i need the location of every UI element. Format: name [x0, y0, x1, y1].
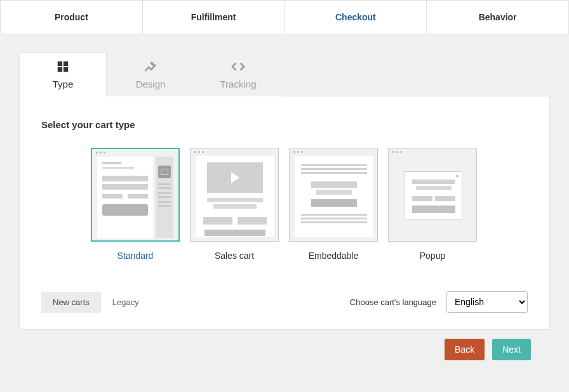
- thumbnail-sales: [190, 148, 279, 242]
- tab-behavior[interactable]: Behavior: [427, 1, 568, 34]
- next-button[interactable]: Next: [492, 339, 531, 360]
- close-icon: ✕: [455, 174, 459, 179]
- sub-tab-type[interactable]: Type: [19, 52, 107, 96]
- toggle-legacy[interactable]: Legacy: [101, 292, 151, 313]
- design-icon: [144, 60, 157, 74]
- cart-option-label: Sales cart: [215, 251, 254, 261]
- cart-mode-toggle: New carts Legacy: [41, 292, 151, 313]
- sub-tab-tracking[interactable]: Tracking: [194, 52, 282, 96]
- svg-rect-2: [58, 67, 62, 71]
- svg-rect-3: [64, 67, 68, 71]
- cart-option-sales[interactable]: Sales cart: [190, 148, 279, 261]
- tab-fulfillment[interactable]: Fulfillment: [143, 1, 285, 34]
- main-tab-bar: Product Fulfillment Checkout Behavior: [0, 0, 569, 34]
- cart-option-label: Embeddable: [309, 251, 359, 261]
- thumbnail-standard: [91, 148, 180, 242]
- sub-tab-design[interactable]: Design: [107, 52, 194, 96]
- cart-option-embeddable[interactable]: Embeddable: [289, 148, 378, 261]
- language-label: Choose cart's language: [350, 297, 436, 307]
- svg-rect-0: [58, 61, 62, 65]
- tab-product[interactable]: Product: [1, 1, 143, 34]
- language-select[interactable]: English: [446, 291, 528, 313]
- grid-icon: [56, 60, 70, 74]
- sub-tab-label: Tracking: [220, 79, 257, 89]
- panel-footer: New carts Legacy Choose cart's language …: [41, 291, 528, 313]
- sub-tab-label: Design: [136, 79, 166, 89]
- cart-option-standard[interactable]: Standard: [91, 148, 180, 261]
- panel-title: Select your cart type: [41, 119, 528, 130]
- tab-checkout[interactable]: Checkout: [285, 1, 427, 34]
- code-icon: [231, 60, 245, 74]
- cart-option-label: Popup: [420, 251, 445, 261]
- toggle-new-carts[interactable]: New carts: [41, 292, 101, 313]
- cart-type-panel: Select your cart type: [19, 96, 550, 330]
- wizard-actions: Back Next: [19, 330, 550, 360]
- sub-tab-label: Type: [53, 79, 74, 89]
- thumbnail-embeddable: [289, 148, 378, 242]
- sub-tab-bar: Type Design Tracking: [19, 52, 550, 96]
- svg-rect-1: [64, 61, 68, 65]
- cart-option-popup[interactable]: ✕ Popup: [388, 148, 477, 261]
- cart-option-label: Standard: [117, 251, 154, 261]
- cart-type-options: Standard Sales cart: [91, 148, 528, 261]
- back-button[interactable]: Back: [445, 339, 485, 360]
- thumbnail-popup: ✕: [388, 148, 477, 242]
